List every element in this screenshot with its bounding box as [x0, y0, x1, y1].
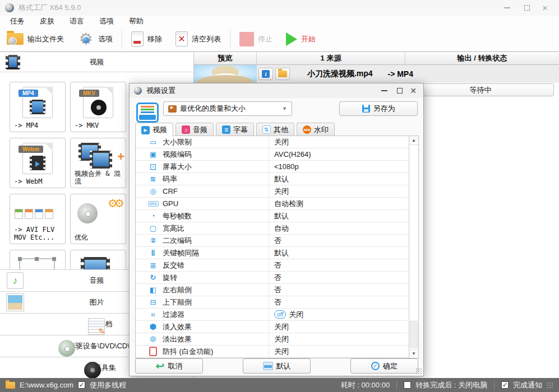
dialog-resize-grip[interactable]	[415, 368, 422, 375]
setting-row[interactable]: 过滤器 off 关闭	[136, 309, 418, 321]
shutdown-checkbox[interactable]	[404, 381, 411, 389]
clear-list-button[interactable]: 清空列表	[169, 28, 228, 50]
setting-row[interactable]: GPU 自动检测	[136, 198, 418, 210]
column-preview[interactable]: 预览	[194, 52, 257, 64]
setting-row[interactable]: 淡入效果 关闭	[136, 321, 418, 333]
setting-label: GPU	[163, 199, 178, 208]
multithread-checkbox[interactable]: ✓	[78, 381, 85, 389]
options-button[interactable]: 选项	[71, 28, 119, 50]
menu-language[interactable]: 语言	[70, 16, 84, 26]
file-row[interactable]: i 小刀洗澡视频.mp4 -> MP4	[194, 65, 559, 83]
setting-row[interactable]: 防抖 (白金功能) 关闭	[136, 346, 418, 358]
cancel-button[interactable]: ↩ 取消	[135, 358, 203, 374]
scroll-down-icon[interactable]: ▼	[409, 349, 418, 358]
tile-partial-crop-tool[interactable]	[10, 250, 66, 269]
setting-label: 二次编码	[163, 236, 192, 246]
setting-label: 反交错	[163, 260, 184, 270]
scroll-up-icon[interactable]: ▲	[409, 136, 418, 145]
setting-label: 码率	[163, 174, 177, 184]
tab-video[interactable]: 视频	[135, 123, 173, 137]
menu-task[interactable]: 任务	[10, 16, 25, 26]
setting-row[interactable]: 屏幕大小 <1080p	[136, 161, 418, 173]
setting-icon	[148, 249, 158, 258]
app-logo-icon	[5, 3, 14, 12]
multithread-label: 使用多线程	[90, 380, 126, 390]
category-video-header[interactable]: 视频	[0, 52, 193, 72]
menu-help[interactable]: 帮助	[129, 16, 144, 26]
disc-icon	[77, 203, 98, 223]
tile-label: 优化	[75, 234, 88, 241]
profile-dropdown[interactable]: 最优化的质量和大小 ▼	[163, 101, 292, 116]
audio-tab-icon	[182, 125, 190, 134]
check-icon: ✓	[371, 362, 380, 370]
setting-value: 否	[274, 285, 281, 295]
setting-icon	[148, 310, 158, 319]
file-list-header: 预览 1 来源 输出 / 转换状态	[194, 52, 559, 65]
tile-optimize[interactable]: ⚙⚙ 优化	[70, 194, 126, 244]
file-info-button[interactable]: i	[258, 68, 273, 80]
start-button[interactable]: 开始	[279, 28, 322, 50]
setting-row[interactable]: 上下颠倒 否	[136, 296, 418, 309]
scrollbar-thumb[interactable]	[410, 321, 418, 348]
elapsed-time: 耗时 : 00:00:00	[341, 380, 390, 390]
remove-button[interactable]: 移除	[124, 28, 169, 50]
tile-to-mp4[interactable]: MP4 -> MP4	[10, 82, 66, 132]
output-path[interactable]: E:\www.x6g.com	[20, 381, 73, 389]
video-category-icon	[6, 55, 20, 69]
dialog-logo-icon	[134, 87, 142, 95]
menu-skin[interactable]: 皮肤	[40, 16, 54, 26]
setting-row[interactable]: 反交错 否	[136, 259, 418, 272]
setting-row[interactable]: 左右颠倒 否	[136, 284, 418, 296]
tile-to-mkv[interactable]: MKV -> MKV	[70, 82, 126, 132]
setting-value: 默认	[274, 174, 289, 184]
file-folder-button[interactable]	[275, 68, 290, 80]
setting-row[interactable]: 大小限制 关闭	[136, 136, 418, 148]
column-output-status[interactable]: 输出 / 转换状态	[405, 52, 559, 64]
setting-row[interactable]: CRF 关闭	[136, 185, 418, 198]
tile-partial-video-tool[interactable]	[70, 250, 126, 269]
setting-row[interactable]: 宽高比 自动	[136, 222, 418, 235]
gears-icon: ⚙⚙	[108, 197, 121, 210]
minimize-button[interactable]	[497, 0, 516, 16]
notify-checkbox[interactable]: ✓	[501, 381, 509, 389]
setting-row[interactable]: 二次编码 否	[136, 235, 418, 247]
ok-button[interactable]: ✓ 确定	[350, 358, 418, 374]
setting-icon	[148, 261, 158, 270]
title-bar: 格式工厂 X64 5.9.0 ✕	[0, 0, 559, 16]
setting-row[interactable]: 旋转 否	[136, 272, 418, 284]
tile-label: -> AVI FLV MOV Etc...	[14, 226, 54, 241]
tile-to-avi-flv-mov[interactable]: -> AVI FLV MOV Etc...	[10, 194, 66, 244]
video-tab-icon	[141, 126, 150, 134]
setting-row[interactable]: 淡出效果 关闭	[136, 333, 418, 346]
dialog-minimize-button[interactable]	[376, 83, 392, 98]
tile-video-merge[interactable]: + 视频合并 & 混流	[70, 138, 126, 188]
default-icon	[263, 362, 273, 370]
tab-watermark[interactable]: 水印	[297, 123, 335, 136]
setting-label: 每秒帧数	[163, 211, 192, 221]
settings-scrollbar[interactable]: ▲ ▼	[409, 136, 418, 358]
clear-list-label: 清空列表	[192, 34, 221, 44]
close-button[interactable]: ✕	[535, 0, 555, 16]
dialog-title-bar[interactable]: 视频设置 ✕	[130, 83, 423, 98]
save-as-button[interactable]: 另存为	[339, 101, 418, 116]
setting-icon	[148, 273, 158, 282]
stop-button[interactable]: 停止	[233, 28, 279, 50]
tile-to-webm[interactable]: Webm -> WebM	[10, 138, 66, 188]
dialog-close-button[interactable]: ✕	[405, 83, 421, 98]
window-resize-grip[interactable]	[547, 382, 553, 389]
multi-format-icons	[15, 209, 53, 219]
setting-row[interactable]: 码率 默认	[136, 173, 418, 185]
tab-audio[interactable]: 音频	[175, 123, 214, 136]
setting-row[interactable]: 每秒帧数 默认	[136, 210, 418, 222]
tab-subtitle[interactable]: 字幕	[216, 123, 254, 136]
maximize-button[interactable]	[518, 0, 537, 16]
start-icon	[286, 32, 297, 46]
tab-other[interactable]: 其他	[256, 123, 294, 136]
info-icon: i	[262, 70, 270, 78]
output-folder-button[interactable]: 输出文件夹	[0, 28, 71, 50]
default-button[interactable]: 默认	[243, 358, 311, 374]
column-source[interactable]: 1 来源	[257, 52, 405, 64]
menu-options[interactable]: 选项	[99, 16, 114, 26]
setting-row[interactable]: 视频编码 AVC(H264)	[136, 148, 418, 161]
setting-row[interactable]: 关键帧间隔 默认	[136, 247, 418, 259]
